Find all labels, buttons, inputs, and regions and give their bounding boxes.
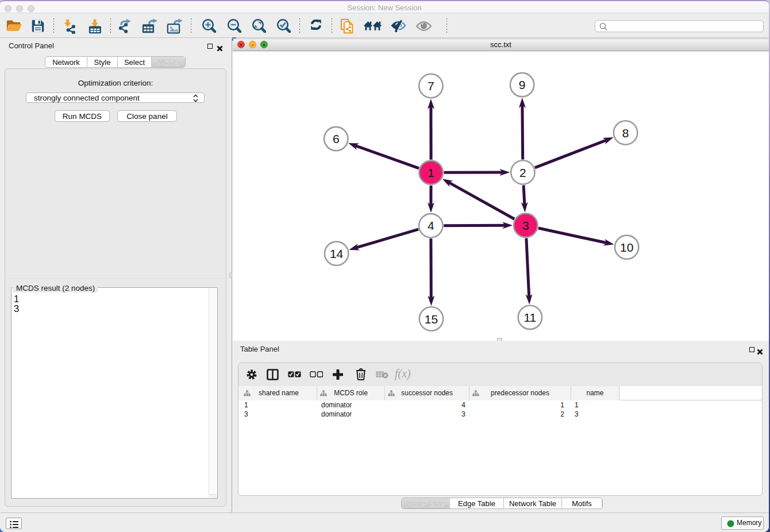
svg-text:10: 10 — [620, 241, 633, 254]
svg-text:2: 2 — [519, 166, 526, 179]
svg-text:15: 15 — [425, 313, 438, 326]
svg-text:8: 8 — [622, 126, 629, 140]
svg-text:1: 1 — [428, 166, 434, 179]
svg-text:4: 4 — [428, 219, 434, 232]
svg-text:7: 7 — [428, 79, 434, 92]
svg-text:11: 11 — [523, 311, 536, 324]
svg-text:3: 3 — [522, 219, 529, 232]
svg-text:6: 6 — [333, 132, 340, 145]
svg-text:9: 9 — [519, 78, 526, 91]
svg-text:14: 14 — [330, 247, 344, 260]
